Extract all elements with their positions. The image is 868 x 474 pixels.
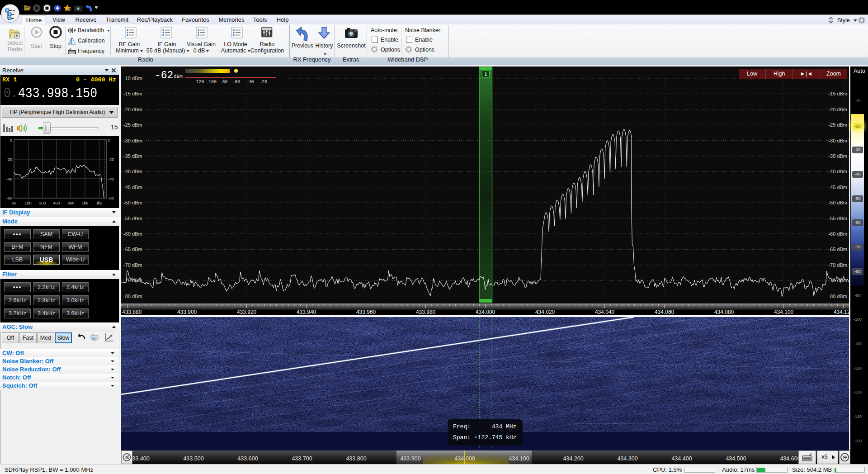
svg-text:433.600: 433.600 (237, 455, 258, 462)
svg-text:434.000: 434.000 (476, 309, 495, 315)
svg-text:433.700: 433.700 (292, 455, 312, 462)
svg-text:-15 dBm: -15 dBm (828, 91, 847, 96)
svg-text:-30 dBm: -30 dBm (828, 138, 847, 143)
svg-text:800: 800 (67, 201, 74, 205)
svg-text:-70 dBm: -70 dBm (828, 262, 847, 268)
svg-text:-35 dBm: -35 dBm (828, 153, 847, 159)
svg-text:-25 dBm: -25 dBm (828, 122, 847, 128)
svg-text:50: 50 (12, 201, 16, 205)
svg-text:-80: -80 (219, 80, 227, 85)
svg-text:-70 dBm: -70 dBm (123, 262, 142, 268)
svg-text:433.880: 433.880 (122, 309, 142, 315)
svg-text:-80 dBm: -80 dBm (828, 294, 847, 299)
svg-text:-40 dBm: -40 dBm (123, 169, 142, 174)
svg-text:100: 100 (24, 201, 31, 205)
svg-text:433.980: 433.980 (416, 309, 436, 315)
svg-text:-100: -100 (206, 80, 217, 85)
svg-text:-50 dBm: -50 dBm (123, 200, 142, 205)
svg-text:400: 400 (53, 201, 60, 205)
svg-text:433.940: 433.940 (297, 309, 316, 315)
svg-text:200: 200 (39, 201, 46, 205)
svg-text:-20: -20 (259, 80, 267, 85)
svg-text:-75 dBm: -75 dBm (828, 278, 847, 283)
svg-text:-40: -40 (6, 177, 12, 181)
svg-text:3k2: 3k2 (96, 201, 103, 205)
svg-text:-35 dBm: -35 dBm (123, 153, 142, 159)
svg-text:434.100: 434.100 (774, 309, 794, 315)
svg-text:0: 0 (10, 138, 12, 142)
svg-text:434.000: 434.000 (454, 455, 475, 462)
svg-text:-60: -60 (232, 80, 240, 85)
svg-text:433.960: 433.960 (356, 309, 376, 315)
svg-text:-40: -40 (108, 177, 114, 181)
svg-text:434.080: 434.080 (714, 309, 734, 315)
svg-text:-15 dBm: -15 dBm (123, 91, 142, 96)
svg-text:1: 1 (485, 72, 487, 77)
svg-text:-30 dBm: -30 dBm (123, 138, 142, 143)
svg-text:-40: -40 (245, 80, 254, 85)
svg-text:-20: -20 (108, 157, 114, 162)
svg-text:-45 dBm: -45 dBm (828, 185, 847, 190)
svg-text:-55 dBm: -55 dBm (828, 216, 847, 221)
svg-text:-20: -20 (6, 157, 12, 162)
svg-text:434.060: 434.060 (655, 309, 675, 315)
svg-text:-50 dBm: -50 dBm (828, 200, 847, 205)
svg-text:-60: -60 (108, 196, 114, 200)
svg-text:-20 dBm: -20 dBm (123, 107, 142, 112)
svg-text:434.200: 434.200 (563, 455, 583, 462)
svg-text:434.300: 434.300 (617, 455, 637, 462)
svg-text:-45 dBm: -45 dBm (123, 185, 142, 190)
svg-text:-75 dBm: -75 dBm (123, 278, 142, 283)
svg-text:-40 dBm: -40 dBm (828, 169, 847, 174)
svg-text:-62: -62 (155, 70, 173, 81)
svg-text:434.400: 434.400 (671, 455, 692, 462)
svg-text:433.800: 433.800 (346, 455, 366, 462)
svg-text:434.040: 434.040 (595, 309, 615, 315)
svg-text:433.920: 433.920 (237, 309, 257, 315)
svg-text:1k6: 1k6 (82, 201, 89, 205)
svg-text:-120: -120 (193, 80, 204, 85)
svg-text:-25 dBm: -25 dBm (123, 122, 142, 128)
svg-text:434.120: 434.120 (834, 309, 849, 315)
svg-text:-60 dBm: -60 dBm (123, 231, 142, 237)
svg-text:0: 0 (108, 138, 110, 142)
svg-text:-65 dBm: -65 dBm (123, 246, 142, 252)
svg-text:-55 dBm: -55 dBm (123, 216, 142, 221)
svg-text:434.500: 434.500 (726, 455, 746, 462)
svg-text:433.900: 433.900 (400, 455, 420, 462)
svg-text:433.900: 433.900 (177, 309, 197, 315)
svg-text:434.020: 434.020 (535, 309, 555, 315)
svg-text:dBm: dBm (174, 74, 183, 79)
svg-text:-60 dBm: -60 dBm (828, 231, 847, 237)
svg-text:-60: -60 (6, 196, 12, 200)
svg-text:434.100: 434.100 (509, 455, 529, 462)
svg-text:433.500: 433.500 (183, 455, 203, 462)
svg-text:-10 dBm: -10 dBm (123, 76, 142, 81)
svg-text:-20 dBm: -20 dBm (828, 107, 847, 112)
svg-text:-65 dBm: -65 dBm (828, 246, 847, 252)
svg-text:434.600: 434.600 (780, 455, 800, 462)
svg-text:-80 dBm: -80 dBm (123, 294, 142, 299)
